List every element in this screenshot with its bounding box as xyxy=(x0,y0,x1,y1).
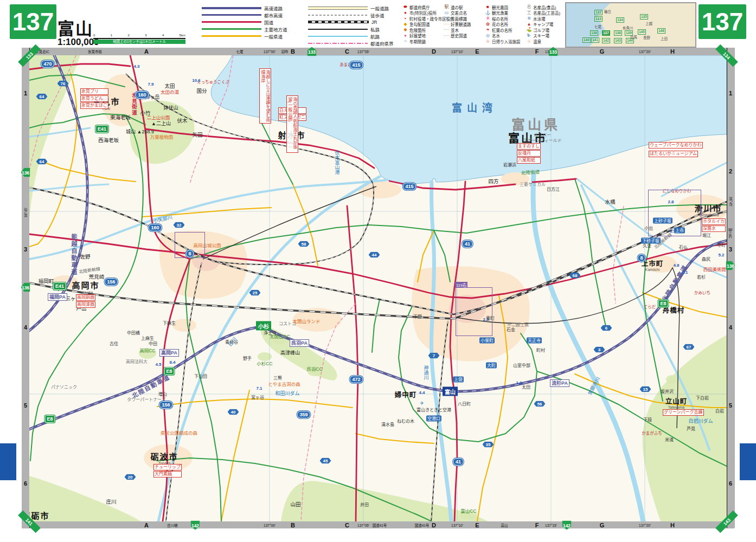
legend-label: 私鉄 xyxy=(370,26,380,33)
signpost-label: 空港口 xyxy=(426,416,441,422)
map-label: 4.4 xyxy=(419,390,425,395)
legend-row: 工名産品(工芸品) xyxy=(526,10,560,16)
index-map: 1321331341351361371381391451461401411421… xyxy=(565,2,696,48)
map-label: 下山田 xyxy=(194,373,207,379)
legend-line-sample xyxy=(308,15,368,16)
index-map-place: 長野 xyxy=(643,35,650,40)
map-label: 高岡市 xyxy=(72,279,99,291)
signpost-label: 大町 xyxy=(486,363,497,369)
route-badge: 160 xyxy=(135,91,149,99)
specialty-item: グリーンパーク吉峰 xyxy=(663,409,704,416)
legend-row: 一般道路 xyxy=(308,4,394,11)
latitude-label: 36°45′ xyxy=(729,197,733,207)
map-label: 米道 xyxy=(665,436,674,442)
index-map-place: 糸魚川 xyxy=(623,25,633,30)
longitude-label: 137°05′ xyxy=(357,50,369,54)
legend-row: ····好景観道路 xyxy=(444,22,471,28)
map-label: 高岡CC xyxy=(139,347,155,353)
legend-symbol-icon: ◎ xyxy=(485,33,491,38)
grid-number: 3 xyxy=(24,246,27,253)
map-label: 水橋 xyxy=(605,198,615,205)
grid-number: 4 xyxy=(729,324,732,331)
map-label: 堀江 xyxy=(702,232,711,238)
grid-letter: F xyxy=(535,522,539,528)
interchange-label: 小杉 xyxy=(256,321,271,331)
parking-area-label: 呉羽PA xyxy=(290,339,309,347)
legend-label: 紅葉の名所 xyxy=(492,27,512,33)
legend-row: ▭方面標識 xyxy=(444,16,471,22)
legend-symbol-icon: ≋ xyxy=(526,16,532,21)
longitude-label: 137°10′ xyxy=(451,524,463,527)
legend-label: 歴史国道 xyxy=(451,33,467,38)
specialty-item: 八尾和紙 xyxy=(517,157,541,164)
legend-row: 主要地方道 xyxy=(202,25,287,33)
legend-label: 一般県道 xyxy=(264,33,283,40)
legend-symbol-icon: 工 xyxy=(526,10,532,16)
legend-row: 都道府県界 xyxy=(308,40,394,47)
map-label: 8.4 xyxy=(169,360,175,365)
legend-line-sample xyxy=(308,43,368,44)
legend-line-sample xyxy=(308,29,368,30)
specialty-item: 深層水 xyxy=(702,225,726,232)
city-map-reference-rect xyxy=(648,190,701,236)
map-label: えっちゅうこくぶ xyxy=(197,79,229,85)
symbol-legend-column: 駅道の駅▭交差点名▭方面標識····好景観道路····並木····歴史国道 xyxy=(444,4,471,38)
atlas-page: 137 富山 1:100,000 012345km 地図上の1センチは1キロメー… xyxy=(0,0,756,542)
map-label: 太田 xyxy=(522,384,530,390)
map-label: 4.3 xyxy=(133,64,139,69)
longitude-label: 137°10′ xyxy=(451,50,463,54)
legend-row: ⛳ゴルフ場 xyxy=(526,27,560,33)
legend-label: 温泉 xyxy=(533,38,541,44)
specialty-callout: チューリップ大門素麺 xyxy=(153,464,182,478)
legend-row: ■観光農園 xyxy=(485,4,521,10)
map-label: 婦中町 xyxy=(395,389,417,399)
specialty-callout: ウェーブパークなめりかわ xyxy=(649,142,703,149)
parking-area-label: 流杉PA xyxy=(550,379,569,387)
legend-row: 高速道路 xyxy=(202,4,287,11)
grid-number: 5 xyxy=(24,402,27,409)
edge-destination-note: 高山 xyxy=(501,522,508,528)
parking-area-label: 福岡PA xyxy=(48,293,67,301)
legend-label: 国道 xyxy=(264,19,273,25)
index-map-place: 七尾 xyxy=(594,24,601,29)
map-label: 矢田 xyxy=(192,131,202,138)
legend-line-sample xyxy=(308,36,368,37)
map-label: 二上山公園 xyxy=(147,114,170,120)
specialty-callout: ますのすし反魂丹八尾和紙 xyxy=(517,143,541,164)
road-legend-column: 高速道路都市高速国道主要地方道一般県道 xyxy=(202,4,287,40)
map-label: パナソニック xyxy=(51,384,77,390)
map-label: 富山CC xyxy=(460,507,476,514)
map-label: 南砺市 xyxy=(29,509,50,521)
grid-letter: A xyxy=(144,48,149,55)
index-map-cell: 143 xyxy=(614,38,622,43)
scale-tick: 4 xyxy=(162,34,164,37)
map-label: 白岩 xyxy=(715,408,724,414)
legend-symbol-icon: ···· xyxy=(444,27,450,33)
map-label: かまがふち xyxy=(642,430,662,436)
city-map-reference-tag: 119右 xyxy=(455,282,467,288)
legend-symbol-icon: ◆ xyxy=(402,27,408,33)
legend-line-sample xyxy=(202,7,261,9)
map-label: 7.1 xyxy=(256,386,262,391)
legend-label: 水泳場 xyxy=(533,16,546,22)
grid-letter: E xyxy=(475,522,479,528)
legend-row: ▲キャンプ場 xyxy=(526,22,560,28)
sightseeing-callout: 海越しに立山連峰を望む雨晴海岸 xyxy=(259,68,271,124)
grid-number: 6 xyxy=(729,480,732,487)
map-label: スポーツフィールド xyxy=(523,137,562,143)
legend-line-sample xyxy=(202,21,261,23)
legend-symbol-icon: ■ xyxy=(485,4,491,10)
grid-letter: H xyxy=(670,48,675,55)
specialty-item: ウェーブパークなめりかわ xyxy=(649,142,703,149)
map-label: 三熊 xyxy=(273,375,282,380)
legend-symbol-icon: 名 xyxy=(526,4,532,10)
index-map-cell: 140 xyxy=(582,37,591,43)
legend-symbol-icon: ○ xyxy=(402,38,408,44)
map-label: Takaoka xyxy=(79,291,93,294)
legend-label: 冬期閉鎖 xyxy=(409,38,426,44)
legend-line-sample xyxy=(202,35,261,37)
map-label: てらだ xyxy=(644,304,656,309)
specialty-item: 高岡漆器 xyxy=(76,301,95,308)
edge-destination-note: 国道41号 xyxy=(415,522,430,528)
map-label: 能越自動車道 xyxy=(69,234,78,276)
